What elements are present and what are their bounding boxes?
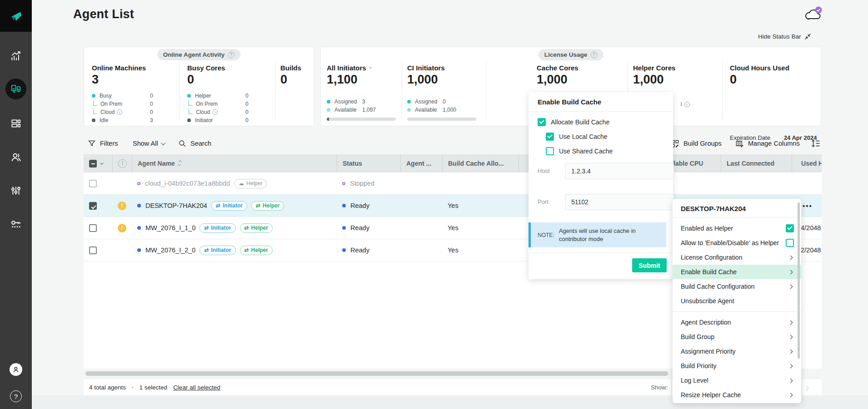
sort-icon[interactable] bbox=[179, 161, 181, 166]
agent-state-dot bbox=[137, 226, 141, 230]
use-local-cache-option[interactable]: Use Local Cache bbox=[546, 133, 673, 141]
port-input[interactable] bbox=[565, 194, 674, 210]
swap-icon: ⇄ bbox=[204, 247, 209, 253]
divider bbox=[179, 62, 180, 119]
status-dot bbox=[342, 182, 345, 185]
status-dot bbox=[342, 204, 346, 207]
chevron-right-icon bbox=[788, 349, 793, 354]
host-input[interactable] bbox=[565, 163, 674, 179]
context-menu-title: DESKTOP-7HAK204 bbox=[673, 200, 801, 217]
cloud-status-button[interactable] bbox=[803, 5, 823, 24]
agent-name[interactable]: DESKTOP-7HAK204 bbox=[145, 202, 207, 209]
hide-status-bar-button[interactable]: Hide Status Bar bbox=[758, 33, 811, 40]
sidebar-item-help[interactable]: ? bbox=[0, 384, 32, 409]
board-grid-icon bbox=[10, 118, 22, 129]
row-height-button[interactable] bbox=[811, 138, 821, 149]
show-all-label: Show All bbox=[133, 140, 158, 147]
warnings-column-header[interactable]: ! bbox=[112, 154, 132, 172]
build-cache-allocation-column-header[interactable]: Build Cache Allo... bbox=[442, 154, 519, 172]
table-row[interactable]: cloud_i-04b92c073e1a8bbdd ☁Helper Stoppe… bbox=[84, 172, 822, 195]
selection-menu-chevron[interactable] bbox=[100, 161, 104, 164]
menu-scrollbar-thumb[interactable] bbox=[798, 202, 800, 359]
select-all-header[interactable] bbox=[84, 154, 112, 172]
allow-enable-disable-checkbox-unchecked[interactable] bbox=[786, 239, 794, 247]
info-icon[interactable]: i bbox=[212, 109, 218, 115]
tree-branch bbox=[93, 100, 97, 106]
use-shared-cache-option[interactable]: Use Shared Cache bbox=[546, 147, 673, 155]
agent-name[interactable]: MW_2076_I_2_0 bbox=[145, 246, 195, 254]
menu-divider bbox=[673, 311, 801, 312]
assigned-label: Assigned bbox=[415, 99, 437, 105]
warning-icon[interactable]: ! bbox=[118, 202, 126, 210]
busy-label: Busy bbox=[100, 93, 112, 99]
status-column-header[interactable]: Status bbox=[337, 154, 400, 172]
menu-item-unsubscribe-agent[interactable]: Unsubscribe Agent bbox=[673, 294, 801, 308]
helper-badge: ⇄Helper bbox=[251, 201, 284, 211]
use-local-cache-checkbox-checked[interactable] bbox=[546, 133, 554, 141]
on-prem-label: On Prem bbox=[100, 101, 122, 107]
menu-item-build-priority[interactable]: Build Priority bbox=[673, 359, 801, 373]
show-all-dropdown[interactable]: Show All bbox=[133, 138, 165, 149]
agent-list-page: ? Agent List Hide Status Bar Online Agen… bbox=[0, 0, 868, 409]
menu-item-license-configuration[interactable]: License Configuration bbox=[673, 250, 801, 265]
all-initiators-metric: All Initiators 1,100 Assigned3 Available… bbox=[327, 64, 396, 121]
separator-dot: • bbox=[132, 385, 134, 390]
sidebar-item-profile[interactable] bbox=[0, 357, 32, 382]
enabled-as-helper-checkbox-checked[interactable] bbox=[786, 224, 794, 232]
metric-title: Helper Cores bbox=[633, 64, 675, 72]
row-checkbox-checked[interactable] bbox=[89, 202, 97, 210]
horizontal-scrollbar-thumb[interactable] bbox=[85, 371, 668, 376]
use-shared-cache-checkbox-unchecked[interactable] bbox=[546, 147, 554, 155]
app-logo[interactable] bbox=[0, 0, 32, 32]
filters-button[interactable]: Filters bbox=[88, 138, 118, 149]
agent-name[interactable]: cloud_i-04b92c073e1a8bbdd bbox=[145, 180, 230, 187]
sidebar-item-agents-active[interactable] bbox=[0, 76, 32, 102]
pagination-next-button[interactable] bbox=[805, 384, 808, 392]
menu-item-enable-build-cache-active[interactable]: Enable Build Cache bbox=[673, 265, 801, 279]
chevron-down-icon[interactable] bbox=[369, 66, 372, 69]
table-header: ! Agent Name Status Agent ... Build Cach… bbox=[84, 154, 822, 172]
menu-item-agent-description[interactable]: Agent Description bbox=[673, 315, 801, 330]
row-checkbox[interactable] bbox=[89, 180, 97, 187]
menu-item-build-cache-configuration[interactable]: Build Cache Configuration bbox=[673, 279, 801, 294]
busy-dot bbox=[92, 94, 95, 98]
clear-selection-link[interactable]: Clear all selected bbox=[173, 384, 220, 391]
used-helper-column-header[interactable]: Used He bbox=[792, 154, 822, 172]
menu-item-enabled-as-helper[interactable]: Enabled as Helper bbox=[673, 221, 801, 236]
menu-item-resize-helper-cache[interactable]: Resize Helper Cache bbox=[673, 388, 801, 402]
active-item-highlight bbox=[5, 79, 26, 99]
row-actions-kebab[interactable]: ••• bbox=[803, 195, 813, 217]
sidebar-item-users[interactable] bbox=[0, 144, 32, 170]
menu-item-allow-enable-disable-helper[interactable]: Allow to 'Enable/Disable' as Helper bbox=[673, 236, 801, 250]
help-tooltip-icon[interactable]: ? bbox=[228, 51, 234, 58]
menu-item-log-level[interactable]: Log Level bbox=[673, 373, 801, 388]
sidebar-item-builds[interactable] bbox=[0, 111, 32, 136]
available-value: 1,000 bbox=[443, 107, 456, 113]
row-checkbox[interactable] bbox=[89, 224, 97, 232]
allocate-build-cache-checkbox-checked[interactable] bbox=[538, 118, 546, 126]
sidebar-item-settings[interactable] bbox=[0, 178, 32, 203]
cloud-hours-metric: Cloud Hours Used 0 Expiration Date24 Apr… bbox=[730, 64, 789, 87]
agent-name-header-label: Agent Name bbox=[138, 160, 175, 167]
manage-columns-button[interactable]: Manage Columns bbox=[735, 138, 800, 149]
agent-column-header[interactable]: Agent ... bbox=[400, 154, 442, 172]
search-button[interactable]: Search bbox=[178, 138, 211, 149]
sidebar-item-license[interactable] bbox=[0, 212, 32, 237]
sidebar-item-dashboard[interactable] bbox=[0, 44, 32, 69]
agent-name[interactable]: MW_2076_I_1_0 bbox=[145, 224, 195, 232]
help-tooltip-icon[interactable]: ? bbox=[590, 51, 597, 58]
allocate-build-cache-option[interactable]: Allocate Build Cache bbox=[538, 118, 673, 126]
warning-icon[interactable]: ! bbox=[118, 224, 126, 232]
last-connected-column-header[interactable]: Last Connected bbox=[721, 154, 792, 172]
build-cache-allocation-value bbox=[442, 172, 519, 194]
menu-item-build-group[interactable]: Build Group bbox=[673, 330, 801, 344]
helper-cores-metric: Helper Cores 1,000 bbox=[633, 64, 675, 87]
agent-name-column-header[interactable]: Agent Name bbox=[132, 154, 337, 172]
select-all-checkbox[interactable] bbox=[89, 160, 97, 168]
info-icon[interactable]: i bbox=[117, 109, 122, 115]
build-groups-button[interactable]: Build Groups bbox=[671, 138, 722, 149]
menu-item-assignment-priority[interactable]: Assignment Priority bbox=[673, 344, 801, 359]
submit-button[interactable]: Submit bbox=[632, 258, 667, 272]
metric-value: 1,000 bbox=[407, 73, 476, 87]
row-checkbox[interactable] bbox=[89, 246, 97, 254]
